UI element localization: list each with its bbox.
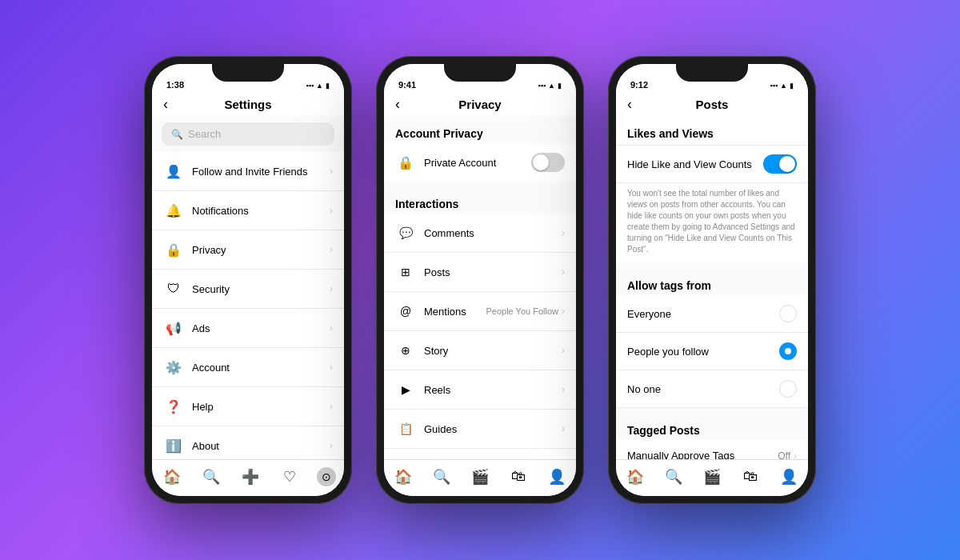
- list-item[interactable]: People you follow: [616, 333, 808, 370]
- row-label: Reels: [424, 384, 562, 396]
- row-label: Privacy: [192, 244, 330, 256]
- profile-icon[interactable]: ⊙: [317, 467, 336, 486]
- radio-people-you-follow[interactable]: [779, 342, 797, 360]
- notch: [444, 64, 516, 82]
- row-label: Hide Like and View Counts: [627, 158, 763, 170]
- reels-nav-icon[interactable]: 🎬: [700, 465, 724, 489]
- nav-header: ‹ Posts: [616, 93, 808, 116]
- nav-header: ‹ Privacy: [384, 93, 576, 116]
- radio-no-one[interactable]: [779, 380, 797, 398]
- list-item[interactable]: ℹ️ About ›: [152, 426, 344, 459]
- notch: [676, 64, 748, 82]
- home-icon[interactable]: 🏠: [623, 465, 647, 489]
- back-button[interactable]: ‹: [395, 96, 400, 113]
- list-item[interactable]: 🔒 Private Account: [384, 143, 576, 182]
- mentions-sublabel: People You Follow: [486, 306, 558, 316]
- battery-icon: ▮: [326, 82, 330, 90]
- signal-icon: ▪▪▪: [538, 82, 546, 90]
- row-label: Everyone: [627, 308, 779, 320]
- security-icon: 🛡: [163, 278, 184, 299]
- phone-settings: 1:38 ▪▪▪ ▲ ▮ ‹ Settings 🔍 Search 👤 Follo…: [144, 56, 352, 504]
- chevron-icon: ›: [330, 401, 333, 412]
- time: 9:12: [630, 80, 648, 90]
- search-nav-icon[interactable]: 🔍: [430, 465, 454, 489]
- row-label: People you follow: [627, 346, 779, 358]
- list-item[interactable]: ▶ Reels ›: [384, 370, 576, 410]
- comments-icon: 💬: [395, 222, 416, 243]
- search-nav-icon[interactable]: 🔍: [662, 465, 686, 489]
- list-item[interactable]: 💬 Comments ›: [384, 214, 576, 253]
- row-label: No one: [627, 383, 779, 395]
- off-label: Off: [778, 450, 790, 460]
- list-item[interactable]: 👤 Follow and Invite Friends ›: [152, 152, 344, 191]
- chevron-icon: ›: [330, 244, 333, 255]
- chevron-icon: ›: [562, 345, 565, 356]
- back-button[interactable]: ‹: [627, 96, 632, 113]
- profile-icon[interactable]: 👤: [545, 465, 569, 489]
- row-label: Security: [192, 283, 330, 295]
- private-account-toggle[interactable]: [531, 153, 565, 172]
- list-item[interactable]: 🛡 Security ›: [152, 270, 344, 309]
- list-item[interactable]: ⊞ Posts ›: [384, 253, 576, 292]
- heart-icon[interactable]: ♡: [278, 465, 302, 489]
- search-icon: 🔍: [171, 129, 183, 140]
- chevron-icon: ›: [330, 362, 333, 373]
- list-item[interactable]: Hide Like and View Counts: [616, 146, 808, 183]
- list-item[interactable]: @ Mentions People You Follow ›: [384, 292, 576, 331]
- reels-nav-icon[interactable]: 🎬: [468, 465, 492, 489]
- about-icon: ℹ️: [163, 435, 184, 456]
- row-label: Private Account: [424, 157, 531, 169]
- chevron-icon: ›: [562, 384, 565, 395]
- mentions-icon: @: [395, 301, 416, 322]
- list-item[interactable]: 📢 Ads ›: [152, 309, 344, 348]
- profile-icon[interactable]: 👤: [777, 465, 801, 489]
- home-icon[interactable]: 🏠: [160, 465, 184, 489]
- section-header-likes-views: Likes and Views: [616, 116, 808, 146]
- list-item[interactable]: 🔔 Notifications ›: [152, 191, 344, 230]
- add-icon[interactable]: ➕: [238, 465, 262, 489]
- search-bar[interactable]: 🔍 Search: [162, 122, 334, 146]
- home-icon[interactable]: 🏠: [391, 465, 415, 489]
- search-nav-icon[interactable]: 🔍: [199, 465, 223, 489]
- ads-icon: 📢: [163, 318, 184, 338]
- notifications-icon: 🔔: [163, 200, 184, 221]
- nav-header: ‹ Settings: [152, 93, 344, 116]
- help-icon: ❓: [163, 396, 184, 417]
- row-label: Mentions: [424, 306, 486, 318]
- back-button[interactable]: ‹: [163, 96, 168, 113]
- row-label: Story: [424, 345, 562, 357]
- chevron-icon: ›: [330, 283, 333, 294]
- list-item[interactable]: Everyone: [616, 295, 808, 333]
- shop-icon[interactable]: 🛍: [738, 465, 762, 489]
- likes-description: You won't see the total number of likes …: [616, 183, 808, 263]
- list-item[interactable]: No one: [616, 370, 808, 408]
- chevron-icon: ›: [330, 166, 333, 177]
- list-item[interactable]: 🔒 Privacy ›: [152, 230, 344, 270]
- row-label: Comments: [424, 227, 562, 239]
- list-item[interactable]: Manually Approve Tags Off ›: [616, 440, 808, 459]
- status-icons: ▪▪▪ ▲ ▮: [538, 82, 562, 90]
- signal-icon: ▪▪▪: [770, 82, 778, 90]
- radio-everyone[interactable]: [779, 305, 797, 322]
- list-item[interactable]: 👤 Activity Status ›: [384, 449, 576, 459]
- shop-icon[interactable]: 🛍: [506, 465, 530, 489]
- status-icons: ▪▪▪ ▲ ▮: [770, 82, 794, 90]
- list-item[interactable]: 📋 Guides ›: [384, 410, 576, 449]
- wifi-icon: ▲: [780, 82, 787, 90]
- page-title: Posts: [696, 98, 729, 111]
- page-title: Settings: [224, 98, 271, 111]
- hide-likes-toggle[interactable]: [763, 154, 797, 174]
- allow-tags-group: Everyone People you follow No one: [616, 295, 808, 408]
- posts-icon: ⊞: [395, 262, 416, 282]
- account-privacy-group: 🔒 Private Account: [384, 143, 576, 182]
- toggle-knob: [533, 154, 549, 170]
- row-label: About: [192, 440, 330, 452]
- interactions-group: 💬 Comments › ⊞ Posts › @ Mentions People…: [384, 214, 576, 459]
- list-item[interactable]: ⊕ Story ›: [384, 331, 576, 370]
- list-item[interactable]: ❓ Help ›: [152, 387, 344, 426]
- privacy-content: Account Privacy 🔒 Private Account Intera…: [384, 116, 576, 459]
- bottom-nav: 🏠 🔍 ➕ ♡ ⊙: [152, 459, 344, 496]
- list-item[interactable]: ⚙️ Account ›: [152, 348, 344, 387]
- notch: [212, 64, 284, 82]
- search-input[interactable]: Search: [188, 128, 221, 140]
